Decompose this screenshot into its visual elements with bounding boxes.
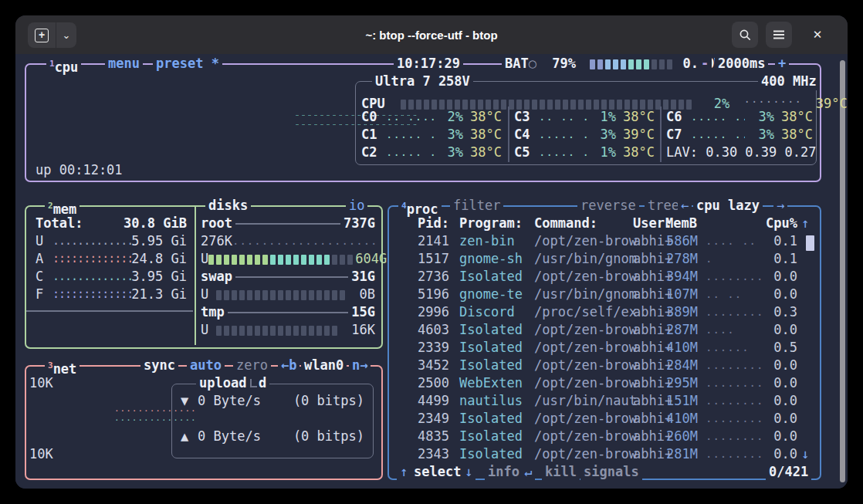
interval-increase-button[interactable]: + [775,55,789,73]
process-row[interactable]: 2500 WebExten /opt/zen-brow abhi+ 295M .… [388,374,817,392]
cpu-frequency: 400 MHz [758,73,820,90]
mem-row: A ::::::::::::::: 24.8 Gi [36,250,187,268]
process-row[interactable]: 1517 gnome-sh /usr/bin/gnom abhi+ 278M .… [388,250,817,268]
mem-row-label: A [36,250,52,268]
download-bits: (0 bitps) [293,392,364,410]
disk-root-size: 737G [344,215,375,232]
proc-mem: 107M [650,286,698,303]
proc-program: Isolated [459,321,523,339]
col-cpu[interactable]: Cpu% [753,215,797,232]
col-program[interactable]: Program: [459,215,523,232]
proc-scrollbar-thumb[interactable] [806,235,814,251]
col-command[interactable]: Command: [534,215,597,232]
process-row[interactable]: 2343 Isolated /opt/zen-brow abhi+ 281M .… [388,445,817,463]
mem-box-number: 2 [48,201,53,211]
select-down-icon[interactable]: ↓ [462,463,475,481]
uptime: up 00:12:01 [36,161,123,179]
kill-option[interactable]: kill [542,463,580,481]
disk-root-used-row: U604G [201,250,375,268]
proc-program: Isolated [459,268,523,286]
battery-status: BAT○ 79% 0.00W [502,55,726,73]
net-zero-option[interactable]: zero [233,357,271,374]
core-row: C2..... ....3%38°C [361,144,502,161]
proc-mem: 295M [650,374,698,392]
new-tab-button[interactable]: + [28,22,56,48]
process-row[interactable]: 2996 Discord /proc/self/ex abhi+ 389M ..… [388,303,817,321]
process-row[interactable]: 2339 Isolated /opt/zen-brow abhi+ 410M .… [388,339,817,357]
col-memb[interactable]: MemB [665,215,697,232]
proc-reverse-option[interactable]: reverse [577,197,639,215]
terminal-scrollbar[interactable] [840,60,845,482]
signals-option[interactable]: signals [580,463,642,481]
proc-program: gnome-te [459,286,523,303]
search-icon [739,29,751,41]
proc-program: Isolated [459,410,523,428]
disk-tmp-meter [216,321,351,339]
mem-row-graph: ::::::::::::::: [52,250,131,268]
tab-controls: + ⌄ [28,22,76,48]
proc-mem: 287M [650,321,698,339]
net-next-iface-button[interactable]: n→ [349,357,371,374]
tab-list-chevron-button[interactable]: ⌄ [56,22,76,48]
proc-filter-option[interactable]: filter [450,197,503,215]
proc-cpu: 0.1 [753,250,797,268]
disk-tmp-used-row: U16K [201,321,375,339]
proc-mem: 151M [650,392,698,410]
proc-sort-prev-button[interactable]: ← [678,197,692,215]
select-option[interactable]: select [411,463,464,481]
mem-row-label: C [36,268,52,286]
terminal-window: + ⌄ ~: btop --force-utf - btop ✕ 1cpu me… [15,15,848,489]
close-icon: ✕ [813,28,823,42]
proc-program: Discord [459,303,515,321]
enter-icon[interactable]: ↵ [521,463,535,481]
core-row: C4..... ....3%39°C [514,126,655,144]
process-row[interactable]: 2736 Isolated /opt/zen-brow abhi+ 394M .… [388,268,817,286]
download-toggle[interactable]: d [247,374,269,392]
proc-command: /usr/bin/gnom [534,286,637,303]
net-prev-iface-button[interactable]: ←b [278,357,300,374]
col-pid[interactable]: Pid: [394,215,449,232]
disks-title[interactable]: disks [205,197,251,215]
proc-pid: 2736 [394,268,449,286]
menu-option[interactable]: menu [105,55,143,73]
process-row[interactable]: 4499 nautilus /usr/bin/naut abhi+ 151M .… [388,392,817,410]
proc-mem: 410M [650,410,698,428]
proc-pid: 2500 [394,374,449,392]
core-row: C3.. .. ....1%38°C [514,108,655,126]
process-row[interactable]: 5196 gnome-te /usr/bin/gnom abhi+ 107M .… [388,286,817,303]
net-sync-option[interactable]: sync [140,357,178,374]
search-button[interactable] [732,22,758,48]
mem-disks-divider [195,206,196,345]
mem-row-value: 3.95 Gi [131,268,187,286]
net-scale-bottom: 10K [29,445,53,463]
net-auto-option[interactable]: auto [187,357,225,374]
proc-tree-option[interactable]: tree [645,197,682,215]
core-row: C7..... ....3%38°C [666,126,813,144]
disk-swap-used: 0B [360,286,375,303]
cpu-column-divider [660,107,662,162]
process-row[interactable]: 4603 Isolated /opt/zen-brow abhi+ 287M .… [388,321,817,339]
process-row[interactable]: 2141 zen-bin /opt/zen-brow abhi+ 586M ..… [388,232,817,250]
proc-scroll-down-icon[interactable]: ↓ [801,445,809,463]
process-row[interactable]: 3452 Isolated /opt/zen-brow abhi+ 284M .… [388,357,817,374]
download-arrow-icon: ▼ [181,392,198,410]
proc-mem: 410M [650,339,698,357]
proc-pid: 2996 [394,303,449,321]
process-row[interactable]: 4835 Isolated /opt/zen-brow abhi+ 260M .… [388,428,817,445]
clock: 10:17:29 [394,55,463,73]
interval-decrease-button[interactable]: - [698,55,712,73]
select-up-icon[interactable]: ↑ [397,463,411,481]
close-button[interactable]: ✕ [804,22,831,48]
cpu-total-row: CPU 2% ......... 39°C [361,90,815,108]
info-option[interactable]: info [485,463,523,481]
io-mode-option[interactable]: io [346,197,367,215]
menu-button[interactable] [766,22,792,48]
battery-label: BAT [505,56,529,71]
terminal-content: 1cpu menu preset * 10:17:29 BAT○ 79% 0.0… [15,54,848,489]
proc-mem: 281M [650,445,698,463]
proc-program: Isolated [459,357,523,374]
process-row[interactable]: 2349 Isolated /opt/zen-brow abhi+ 410M .… [388,410,817,428]
proc-sort-next-button[interactable]: → [773,197,787,215]
cpu-model: Ultra 7 258V [372,73,473,90]
preset-option[interactable]: preset * [153,55,222,73]
